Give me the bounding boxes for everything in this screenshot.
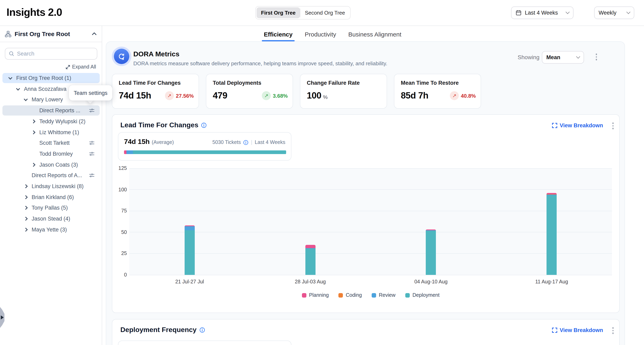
team-settings-icon[interactable] (89, 172, 95, 178)
tree-item-label: Jason Stead (4) (32, 216, 70, 222)
tab-business-alignment[interactable]: Business Alignment (348, 31, 402, 41)
search-input[interactable] (17, 51, 93, 57)
y-tick-label: 75 (112, 208, 127, 214)
tree-item-brian-kirkland-6[interactable]: Brian Kirkland (6) (2, 192, 100, 202)
calendar-icon (516, 10, 522, 16)
chevron-up-icon[interactable] (92, 32, 97, 36)
chevron-right-icon[interactable] (24, 206, 28, 210)
y-tick-label: 50 (112, 230, 127, 235)
dora-title: DORA Metrics (133, 50, 179, 58)
tab-bar: EfficiencyProductivityBusiness Alignment (264, 31, 402, 41)
tree-item-label: Todd Bromley (39, 151, 73, 157)
metric-value: 479 (213, 90, 227, 101)
tree-item-tony-pallas-5[interactable]: Tony Pallas (5) (2, 203, 100, 213)
chevron-down-icon[interactable] (24, 97, 28, 101)
chevron-right-icon[interactable] (24, 228, 28, 232)
granularity-dropdown[interactable]: Weekly (594, 6, 634, 19)
view-breakdown-link[interactable]: View Breakdown (552, 327, 603, 333)
view-breakdown-link[interactable]: View Breakdown (552, 122, 603, 128)
chevron-down-icon[interactable] (8, 76, 12, 80)
bar-11-aug-17-aug[interactable] (546, 193, 557, 275)
showing-dropdown[interactable]: Mean (542, 51, 584, 64)
metric-card-total-deployments: Total Deployments479↗3.68% (206, 74, 293, 109)
tab-productivity[interactable]: Productivity (305, 31, 336, 41)
average-label: (Average) (152, 140, 174, 145)
search-field[interactable] (5, 48, 97, 60)
toggle-option-first-org-tree[interactable]: First Org Tree (256, 7, 300, 18)
main-content: EfficiencyProductivityBusiness Alignment… (102, 26, 644, 345)
tree-item-label: First Org Tree Root (1) (16, 75, 71, 81)
bar-04-aug-10-aug[interactable] (426, 230, 436, 275)
progress-segment-deployment (133, 150, 286, 154)
metric-unit: % (323, 94, 328, 100)
tree-item-liz-whittome-1[interactable]: Liz Whittome (1) (2, 127, 100, 138)
progress-segment-review (126, 150, 133, 154)
metric-title: Lead Time For Changes (119, 80, 192, 86)
chevron-right-icon[interactable] (32, 163, 36, 167)
chevron-right-icon[interactable] (24, 184, 28, 188)
info-icon[interactable] (200, 327, 205, 333)
tree-item-maya-yette-3[interactable]: Maya Yette (3) (2, 224, 100, 235)
tree-item-jason-stead-4[interactable]: Jason Stead (4) (2, 214, 100, 224)
metric-title: Change Failure Rate (307, 80, 380, 86)
tree-item-lindsay-liszewski-8[interactable]: Lindsay Liszewski (8) (2, 181, 100, 191)
gridline (129, 232, 612, 232)
tree-item-jason-coats-3[interactable]: Jason Coats (3) (2, 160, 100, 170)
tree-item-teddy-wylupski-2[interactable]: Teddy Wylupski (2) (2, 116, 100, 126)
y-tick-label: 0 (112, 272, 127, 278)
range-label: Last 4 Weeks (255, 140, 285, 145)
metric-delta: ↗3.68% (262, 91, 288, 100)
info-icon[interactable] (243, 140, 248, 145)
dora-menu-button[interactable] (596, 54, 597, 60)
chevron-down-icon[interactable] (16, 86, 20, 90)
deployment-frequency-menu-button[interactable] (612, 327, 614, 334)
legend-swatch (405, 293, 410, 297)
average-value: 74d 15h (124, 138, 150, 146)
chevron-right-icon[interactable] (32, 130, 36, 134)
sidebar: First Org Tree Root Expand All First Org… (0, 26, 102, 345)
legend-item-coding[interactable]: Coding (338, 292, 362, 298)
chevron-right-icon[interactable] (32, 120, 36, 124)
dora-description: DORA metrics measure software delivery p… (133, 60, 387, 66)
team-settings-icon[interactable] (89, 140, 95, 146)
tree-item-scott-tarkett[interactable]: Scott Tarkett (2, 138, 100, 148)
expand-all-button[interactable]: Expand All (66, 64, 96, 70)
team-settings-icon[interactable] (89, 108, 95, 114)
gridline (129, 275, 612, 275)
chevron-right-icon[interactable] (24, 195, 28, 199)
info-icon[interactable] (201, 122, 207, 128)
tab-efficiency[interactable]: Efficiency (264, 31, 292, 41)
y-tick-label: 25 (112, 251, 127, 256)
granularity-value: Weekly (598, 10, 624, 16)
team-settings-icon[interactable] (89, 151, 95, 157)
deployment-frequency-title: Deployment Frequency (120, 326, 196, 334)
delta-percent: 27.56% (176, 93, 194, 99)
tree-item-direct-reports[interactable]: Direct Reports ... (2, 106, 100, 116)
toggle-option-second-org-tree[interactable]: Second Org Tree (300, 7, 350, 18)
deployment-frequency-summary (118, 340, 292, 345)
metric-delta: ↗40.8% (450, 91, 476, 100)
trend-up-arrow-icon: ↗ (165, 91, 174, 100)
x-tick-label: 11 Aug-17 Aug (535, 279, 568, 284)
tree-item-direct-reports-of-a[interactable]: Direct Reports of A... (2, 170, 100, 180)
lead-time-menu-button[interactable] (612, 122, 614, 129)
legend-label: Review (379, 292, 396, 298)
metric-value: 74d 15h (119, 90, 151, 101)
date-range-dropdown[interactable]: Last 4 Weeks (511, 6, 574, 19)
tree-item-first-org-tree-root-1[interactable]: First Org Tree Root (1) (2, 73, 100, 83)
org-tree-icon (5, 30, 11, 37)
chevron-right-icon[interactable] (24, 217, 28, 221)
gridline (129, 189, 612, 190)
deployment-frequency-card: Deployment Frequency View Breakdown (112, 319, 620, 345)
tree-item-todd-bromley[interactable]: Todd Bromley (2, 149, 100, 159)
legend-item-review[interactable]: Review (372, 292, 396, 298)
bar-28-jul-03-aug[interactable] (305, 245, 315, 275)
legend-item-deployment[interactable]: Deployment (405, 292, 440, 298)
chevron-down-icon (576, 54, 580, 58)
expand-all-label: Expand All (72, 64, 96, 70)
gridline (129, 210, 612, 211)
sidebar-header[interactable]: First Org Tree Root (0, 26, 102, 42)
x-tick-label: 04 Aug-10 Aug (414, 279, 448, 284)
bar-21-jul-27-jul[interactable] (184, 226, 195, 275)
legend-item-planning[interactable]: Planning (302, 292, 329, 298)
